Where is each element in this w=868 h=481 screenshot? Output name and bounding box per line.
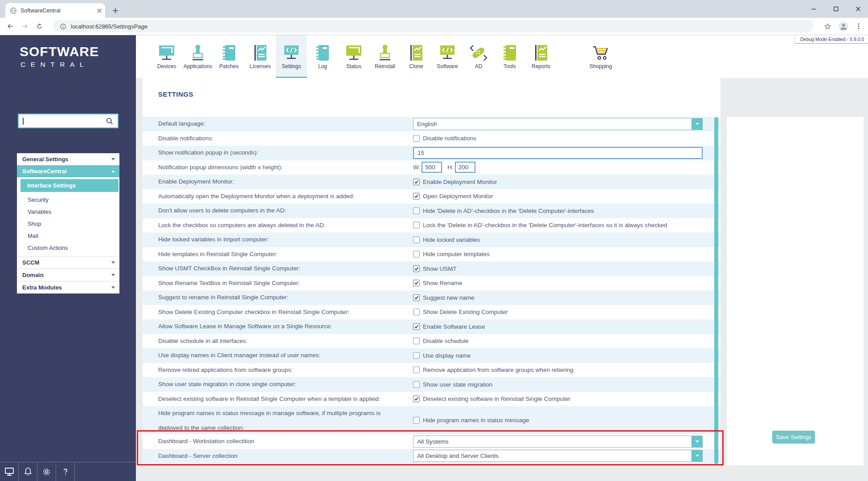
- toolbar-item-software[interactable]: Software: [432, 35, 463, 78]
- sidebar-item-security[interactable]: Security: [17, 194, 119, 206]
- settings-row: Disable notifications:Disable notificati…: [143, 131, 721, 146]
- sidebar-item-shop[interactable]: Shop: [17, 218, 119, 230]
- sidebar-nav: General SettingsSoftwareCentralInterface…: [17, 153, 119, 293]
- toolbar-item-log[interactable]: Log: [307, 35, 338, 78]
- sidebar-item-mail[interactable]: Mail: [17, 230, 119, 242]
- setting-label: Show Delete Existing Computer checkbox i…: [143, 308, 405, 316]
- forward-icon[interactable]: [21, 22, 29, 30]
- checkbox[interactable]: [413, 236, 420, 243]
- report-icon: [531, 44, 551, 62]
- back-icon[interactable]: [6, 22, 14, 30]
- checkbox[interactable]: [413, 280, 420, 286]
- toolbar-item-tools[interactable]: Tools: [494, 35, 525, 78]
- footer-button-bell[interactable]: [19, 462, 37, 481]
- setting-text-input[interactable]: 15: [413, 147, 703, 159]
- chevron-down-icon[interactable]: [692, 436, 702, 447]
- toolbar-item-reports[interactable]: Reports: [525, 35, 557, 78]
- footer-button-help[interactable]: [56, 462, 75, 481]
- new-tab-button[interactable]: [112, 8, 119, 14]
- checkbox[interactable]: [413, 294, 420, 301]
- select-dashboard-workstation-collectition[interactable]: All Systems: [413, 436, 703, 448]
- settings-row: Hide templates in Reinstall Single Compu…: [143, 247, 721, 262]
- toolbar-item-licenses[interactable]: Licenses: [245, 35, 276, 78]
- setting-label: Use display names in Client manager inst…: [143, 351, 405, 359]
- avatar[interactable]: [838, 21, 849, 32]
- checkbox[interactable]: [413, 417, 420, 424]
- checkbox[interactable]: [413, 193, 420, 200]
- scrollbar-thumb[interactable]: [714, 117, 718, 464]
- checkbox[interactable]: [413, 208, 420, 214]
- setting-control: Deselect existing software in Reinstall …: [413, 395, 721, 402]
- sidebar-item-custom-actions[interactable]: Custom Actions: [17, 242, 119, 254]
- url-text: localhost:62865/SettingsPage: [71, 23, 147, 30]
- chevron-down-icon[interactable]: [692, 118, 702, 130]
- toolbar-item-settings[interactable]: Settings: [276, 35, 307, 78]
- toolbar-item-shopping[interactable]: Shopping: [585, 35, 616, 78]
- setting-label: Disable schedule in all interfaces:: [143, 337, 405, 345]
- refresh-icon[interactable]: [36, 23, 43, 30]
- checkbox[interactable]: [413, 367, 420, 373]
- select-default-language[interactable]: English: [413, 118, 703, 130]
- sidebar-group-label: SCCM: [22, 259, 39, 266]
- sidebar-item-interface-settings[interactable]: Interface Settings: [20, 179, 119, 192]
- sidebar-item-variables[interactable]: Variables: [17, 206, 119, 218]
- toolbar-item-ad[interactable]: AD: [463, 35, 494, 78]
- toolbar-item-devices[interactable]: Devices: [151, 35, 182, 78]
- setting-label: Lock the checkbox so computers are alway…: [143, 221, 405, 229]
- sidebar-group-domain[interactable]: Domain: [17, 269, 119, 281]
- checkbox[interactable]: [413, 265, 420, 272]
- toolbar-item-reinstall[interactable]: Reinstall: [369, 35, 401, 78]
- height-input[interactable]: 200: [455, 162, 475, 173]
- sidebar-group-label: Extra Modules: [22, 284, 62, 291]
- toolbar-item-patches[interactable]: Patches: [213, 35, 245, 78]
- browser-tab[interactable]: SoftwareCentral: [5, 3, 105, 18]
- search-icon[interactable]: [106, 117, 114, 125]
- window-close-button[interactable]: [856, 6, 861, 12]
- checkbox[interactable]: [413, 352, 420, 359]
- select-value: All Desktop and Server Clients: [417, 452, 499, 459]
- menu-dots-icon[interactable]: [856, 23, 862, 30]
- window-minimize-button[interactable]: [811, 6, 816, 12]
- sidebar-group-softwarecentral[interactable]: SoftwareCentral: [17, 165, 119, 177]
- checkbox[interactable]: [413, 251, 420, 257]
- window-maximize-button[interactable]: [833, 6, 839, 12]
- url-bar[interactable]: localhost:62865/SettingsPage: [53, 20, 814, 33]
- toolbar-item-applications[interactable]: Applications: [182, 35, 213, 78]
- settings-row: Automatically open the Deployment Monito…: [143, 189, 721, 204]
- sidebar-group-sccm[interactable]: SCCM: [17, 256, 119, 269]
- checkbox[interactable]: [413, 338, 420, 344]
- checkbox[interactable]: [413, 323, 420, 330]
- toolbar-item-status[interactable]: Status: [338, 35, 369, 78]
- checkbox[interactable]: [413, 395, 420, 402]
- save-settings-button[interactable]: Save Settings: [772, 431, 815, 444]
- sidebar-group-extra-modules[interactable]: Extra Modules: [17, 281, 119, 293]
- footer-button-gear[interactable]: [37, 462, 56, 481]
- select-dashboard-server-collection[interactable]: All Desktop and Server Clients: [413, 450, 703, 462]
- settings-row: Deselect existing software in Reinstall …: [143, 392, 721, 407]
- tab-close-icon[interactable]: [97, 8, 102, 13]
- setting-label: Automatically open the Deployment Monito…: [143, 192, 405, 200]
- width-input[interactable]: 500: [422, 162, 442, 173]
- checkbox[interactable]: [413, 135, 420, 142]
- checkbox-label: Suggest new name: [423, 294, 475, 301]
- chevron-down-icon[interactable]: [692, 450, 702, 461]
- checkbox[interactable]: [413, 309, 420, 315]
- settings-row: Disable schedule in all interfaces:Disab…: [143, 334, 721, 349]
- sidebar-search-input[interactable]: [18, 114, 119, 128]
- toolbar-item-clone[interactable]: Clone: [401, 35, 432, 78]
- setting-label: Show user state migration in clone singl…: [143, 380, 405, 388]
- sidebar-footer: [0, 462, 136, 481]
- sidebar-group-general-settings[interactable]: General Settings: [17, 153, 119, 165]
- setting-control: Hide 'Delete in AD'-checkbox in the 'Del…: [413, 208, 721, 214]
- checkbox[interactable]: [413, 179, 420, 185]
- bookmark-star-icon[interactable]: [824, 23, 831, 30]
- footer-button-display[interactable]: [0, 462, 19, 481]
- setting-control: Enable Software Lease: [413, 323, 721, 330]
- checkbox[interactable]: [413, 222, 420, 228]
- setting-control: All Desktop and Server Clients: [413, 450, 721, 462]
- text-caret: [23, 118, 24, 125]
- info-icon[interactable]: [60, 23, 66, 30]
- report-icon: [250, 44, 270, 62]
- checkbox-label: Show Rename: [423, 280, 463, 286]
- checkbox[interactable]: [413, 381, 420, 388]
